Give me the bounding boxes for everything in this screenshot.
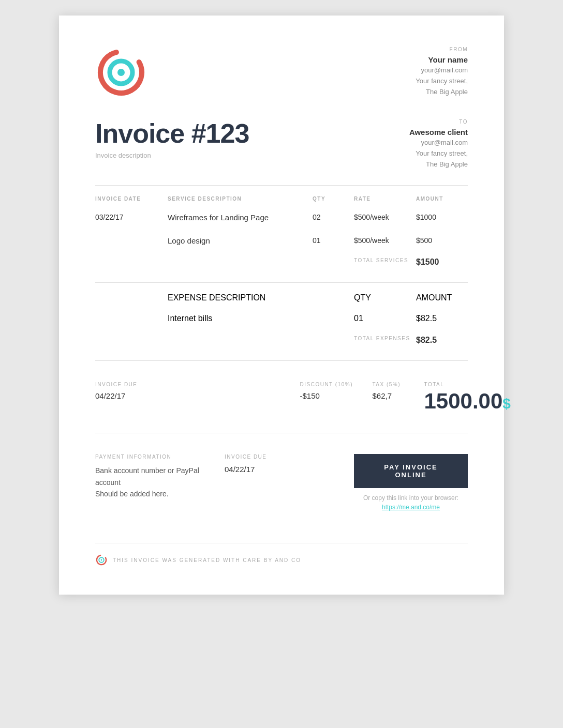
totals-tax: TAX (5%) $62,7 <box>372 382 424 400</box>
services-total-label: TOTAL SERVICES <box>354 257 416 267</box>
totals-total: TOTAL 1500.00$ <box>424 382 510 412</box>
from-city: The Big Apple <box>416 87 468 98</box>
discount-label: DISCOUNT (10%) <box>300 382 372 387</box>
service-qty-1: 02 <box>313 213 354 222</box>
divider-1 <box>95 185 468 186</box>
total-label: TOTAL <box>424 382 510 387</box>
svg-point-2 <box>117 69 125 76</box>
date-col-label: INVOICE DATE <box>95 196 168 202</box>
service-desc-1: Wireframes for Landing Page <box>168 213 313 222</box>
to-email: your@mail.com <box>409 138 468 148</box>
totals-row: INVOICE DUE 04/22/17 DISCOUNT (10%) -$15… <box>95 371 468 422</box>
payment-info-label: PAYMENT INFORMATION <box>95 454 214 460</box>
inv-due-date: 04/22/17 <box>225 465 344 474</box>
expenses-total-value: $82.5 <box>416 336 468 345</box>
service-row-2: Logo design 01 $500/week $500 <box>95 229 468 252</box>
invoice-due-label: INVOICE DUE <box>95 382 199 387</box>
divider-3 <box>95 360 468 361</box>
invoice-left: Invoice #123 Invoice description <box>95 119 249 159</box>
service-amount-2: $500 <box>416 236 468 245</box>
to-name: Awesome client <box>409 127 468 138</box>
invoice-date: 03/22/17 <box>95 213 168 222</box>
divider-2 <box>95 282 468 283</box>
footer-text: THIS INVOICE WAS GENERATED WITH CARE BY … <box>113 557 301 563</box>
totals-left: INVOICE DUE 04/22/17 <box>95 382 199 400</box>
exp-amount-col-label: AMOUNT <box>416 293 468 302</box>
total-value: 1500.00$ <box>424 390 510 412</box>
expense-qty-1: 01 <box>354 314 416 323</box>
expenses-header: EXPENSE DESCRIPTION QTY AMOUNT <box>95 293 468 307</box>
payment-info-block: PAYMENT INFORMATION Bank account number … <box>95 454 214 499</box>
expenses-total-row: TOTAL EXPENSES $82.5 <box>95 330 468 350</box>
footer-logo-icon <box>95 554 108 566</box>
to-label: TO <box>409 119 468 125</box>
exp-empty <box>95 314 168 323</box>
from-street: Your fancy street, <box>416 76 468 87</box>
pay-link-text: Or copy this link into your browser: htt… <box>354 493 468 512</box>
to-city: The Big Apple <box>409 159 468 170</box>
exp-empty-col <box>95 293 168 302</box>
totals-right: DISCOUNT (10%) -$150 TAX (5%) $62,7 TOTA… <box>300 382 468 412</box>
tax-value: $62,7 <box>372 391 424 400</box>
from-block: FROM Your name your@mail.com Your fancy … <box>416 47 468 97</box>
pay-link-prefix: Or copy this link into your browser: <box>363 494 458 502</box>
exp-qty-col-label: QTY <box>354 293 416 302</box>
services-total-row: TOTAL SERVICES $1500 <box>95 252 468 272</box>
from-email: your@mail.com <box>416 65 468 76</box>
pay-invoice-button[interactable]: PAY INVOICE ONLINE <box>354 454 468 488</box>
pay-link-url[interactable]: https://me.and.co/me <box>382 504 440 511</box>
header: FROM Your name your@mail.com Your fancy … <box>95 47 468 98</box>
service-row-1: 03/22/17 Wireframes for Landing Page 02 … <box>95 206 468 229</box>
inv-due-label: INVOICE DUE <box>225 454 344 460</box>
invoice-title: Invoice #123 <box>95 119 249 148</box>
svg-point-5 <box>101 559 102 561</box>
footer: THIS INVOICE WAS GENERATED WITH CARE BY … <box>95 543 468 566</box>
divider-4 <box>95 433 468 433</box>
payment-section: PAYMENT INFORMATION Bank account number … <box>95 444 468 522</box>
expense-row-1: Internet bills 01 $82.5 <box>95 307 468 330</box>
total-whole: 1500.00 <box>424 389 502 413</box>
rate-col-label: RATE <box>354 196 416 202</box>
invoice-due-date: 04/22/17 <box>95 391 199 400</box>
from-label: FROM <box>416 47 468 52</box>
inv-due-block: INVOICE DUE 04/22/17 <box>225 454 344 474</box>
qty-col-label: QTY <box>313 196 354 202</box>
from-name: Your name <box>416 54 468 65</box>
service-rate-2: $500/week <box>354 236 416 245</box>
payment-info-text-1: Bank account number or PayPal account <box>95 465 214 488</box>
pay-btn-block: PAY INVOICE ONLINE Or copy this link int… <box>354 454 468 512</box>
services-header: INVOICE DATE SERVICE DESCRIPTION QTY RAT… <box>95 196 468 206</box>
amount-col-label: AMOUNT <box>416 196 468 202</box>
payment-info-text-2: Should be added here. <box>95 488 214 499</box>
services-total-value: $1500 <box>416 257 468 267</box>
exp-desc-col-label: EXPENSE DESCRIPTION <box>168 293 354 302</box>
desc-col-label: SERVICE DESCRIPTION <box>168 196 313 202</box>
service-rate-1: $500/week <box>354 213 416 222</box>
expenses-total-label: TOTAL EXPENSES <box>354 336 416 345</box>
invoice-page: FROM Your name your@mail.com Your fancy … <box>59 16 504 595</box>
invoice-description: Invoice description <box>95 151 249 159</box>
to-street: Your fancy street, <box>409 148 468 159</box>
totals-discount: DISCOUNT (10%) -$150 <box>300 382 372 400</box>
service-amount-1: $1000 <box>416 213 468 222</box>
expense-amount-1: $82.5 <box>416 314 468 323</box>
discount-value: -$150 <box>300 391 372 400</box>
service-date-2 <box>95 236 168 245</box>
tax-label: TAX (5%) <box>372 382 424 387</box>
services-section: INVOICE DATE SERVICE DESCRIPTION QTY RAT… <box>95 196 468 272</box>
expense-desc-1: Internet bills <box>168 314 354 323</box>
expenses-section: EXPENSE DESCRIPTION QTY AMOUNT Internet … <box>95 293 468 350</box>
logo <box>95 47 147 98</box>
to-block: TO Awesome client your@mail.com Your fan… <box>409 119 468 170</box>
service-qty-2: 01 <box>313 236 354 245</box>
invoice-header: Invoice #123 Invoice description TO Awes… <box>95 119 468 170</box>
total-currency: $ <box>502 396 511 412</box>
service-desc-2: Logo design <box>168 236 313 245</box>
